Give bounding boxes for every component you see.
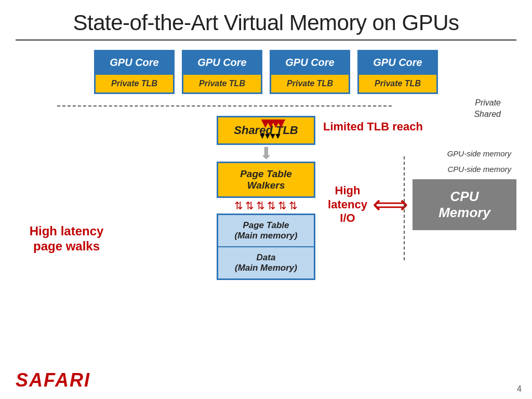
page-table-main-label: Page Table (Main memory)	[218, 215, 314, 247]
gpu-core-3-label: GPU Core	[271, 51, 349, 74]
gpu-core-3-tlb: Private TLB	[271, 74, 349, 92]
high-latency-io-label: High latency I/O	[327, 184, 368, 225]
outline-arrow-down: ⬇	[259, 145, 273, 162]
cpu-side-memory-label: CPU-side memory	[447, 165, 511, 174]
bidir-v-5: ⇅	[278, 200, 287, 212]
dashed-vertical-line	[404, 156, 405, 260]
slide: State-of-the-Art Virtual Memory on GPUs …	[0, 0, 532, 399]
gpu-core-1: GPU Core Private TLB	[94, 50, 175, 94]
gpu-cores-row: GPU Core Private TLB GPU Core Private TL…	[16, 50, 516, 94]
main-diagram: High latency page walks ▼ ▼ ▼ ▼ Shared T…	[16, 115, 516, 280]
center-column: ▼ ▼ ▼ ▼ Shared TLB ⬇ Page Table Walkers …	[217, 115, 315, 280]
gpu-core-1-tlb: Private TLB	[96, 74, 173, 92]
bottom-memory-box: Page Table (Main memory) Data (Main Memo…	[217, 214, 315, 280]
page-number: 4	[517, 384, 522, 394]
bidir-v-3: ⇅	[256, 200, 265, 212]
bidir-v-4: ⇅	[267, 200, 276, 212]
page-table-walkers-box: Page Table Walkers	[217, 162, 315, 198]
gpu-core-4-label: GPU Core	[359, 51, 436, 74]
data-main-label: Data (Main Memory)	[218, 247, 314, 278]
gpu-core-2-tlb: Private TLB	[183, 74, 261, 92]
gpu-cpu-side-labels: GPU-side memory CPU-side memory	[447, 146, 516, 177]
title-divider	[16, 39, 516, 41]
gpu-core-4-tlb: Private TLB	[359, 74, 436, 92]
safari-logo: SAFARI	[16, 369, 90, 391]
gpu-core-3: GPU Core Private TLB	[270, 50, 350, 94]
gpu-core-2-label: GPU Core	[183, 51, 261, 74]
private-label: Private	[474, 97, 501, 109]
dashed-divider-line	[57, 105, 392, 107]
gpu-core-1-label: GPU Core	[96, 51, 173, 74]
high-latency-page-walks-label: High latency page walks	[25, 224, 108, 254]
private-shared-area: Private Shared	[16, 96, 516, 115]
right-section: GPU-side memory CPU-side memory High lat…	[327, 146, 516, 230]
cpu-memory-box: CPU Memory	[413, 179, 516, 230]
gpu-side-memory-label: GPU-side memory	[447, 149, 511, 158]
bidir-arrows-vertical: ⇅ ⇅ ⇅ ⇅ ⇅ ⇅	[234, 200, 298, 212]
limited-tlb-reach-label: Limited TLB reach	[323, 120, 423, 134]
gpu-core-2: GPU Core Private TLB	[182, 50, 262, 94]
gpu-core-4: GPU Core Private TLB	[357, 50, 438, 94]
slide-title: State-of-the-Art Virtual Memory on GPUs	[16, 10, 516, 35]
bidir-v-1: ⇅	[234, 200, 243, 212]
horizontal-double-arrow: ⟺	[373, 192, 408, 217]
bidir-v-6: ⇅	[289, 200, 298, 212]
bottom-row: High latency I/O ⟺ CPU Memory	[327, 179, 516, 230]
bidir-v-2: ⇅	[245, 200, 254, 212]
